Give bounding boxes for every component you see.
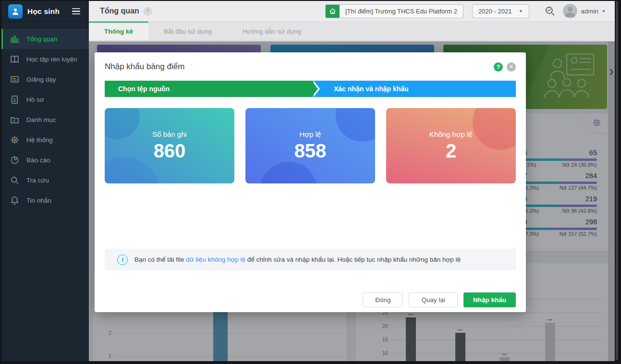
app-window: Học sinh Tổng quan Học tập rèn luyện Giả…	[1, 1, 615, 361]
header-right-cluster: [Thí điểm] Trường THCS Edu Platform 2 20…	[325, 4, 608, 18]
page-title: Tổng quan	[100, 7, 139, 15]
card-invalid-records: Không hợp lệ 2	[386, 108, 516, 183]
sidebar-item-label: Giảng dạy	[26, 76, 56, 83]
sidebar-item-label: Báo cáo	[26, 157, 50, 164]
folder-icon	[10, 115, 20, 125]
app-title: Học sinh	[27, 7, 60, 16]
school-name: [Thí điểm] Trường THCS Edu Platform 2	[340, 5, 463, 18]
import-scores-modal: Nhập khẩu bảng điểm ? ✕ Chọn tệp nguồn X…	[95, 52, 526, 312]
info-text: Bạn có thể tải file dữ liệu không hợp lệ…	[134, 256, 461, 263]
card-value: 858	[294, 140, 327, 162]
sidebar-item-label: Hồ sơ	[26, 96, 44, 103]
sidebar-item-tong-quan[interactable]: Tổng quan	[1, 29, 89, 49]
sidebar-item-label: Học tập rèn luyện	[26, 56, 77, 63]
invalid-data-download-link[interactable]: dữ liệu không hợp lệ	[186, 256, 245, 263]
card-label: Hợp lệ	[300, 130, 321, 138]
document-icon	[10, 95, 20, 105]
sidebar-item-tin-nhan[interactable]: Tin nhắn	[1, 190, 89, 210]
close-button[interactable]: Đóng	[363, 292, 403, 307]
modal-header: Nhập khẩu bảng điểm ? ✕	[105, 52, 516, 72]
bar-chart-icon	[10, 34, 20, 44]
chevron-down-icon: ▼	[518, 9, 523, 13]
info-message: i Bạn có thể tải file dữ liệu không hợp …	[105, 249, 516, 270]
sidebar-item-tra-cuu[interactable]: Tra cứu	[1, 170, 89, 190]
user-avatar[interactable]	[563, 4, 577, 18]
tab-huong-dan-su-dung[interactable]: Hướng dẫn sử dụng	[227, 22, 317, 40]
pie-chart-icon	[10, 155, 20, 165]
step-confirm-import[interactable]: Xác nhận và nhập khẩu	[312, 81, 516, 97]
tab-bat-dau-su-dung[interactable]: Bắt đầu sử dụng	[148, 22, 227, 40]
teaching-board-icon	[10, 74, 20, 85]
info-icon: i	[117, 255, 128, 265]
modal-help-icon[interactable]: ?	[494, 62, 503, 72]
lookup-search-icon[interactable]	[544, 5, 556, 17]
sidebar-menu: Tổng quan Học tập rèn luyện Giảng dạy Hồ…	[1, 22, 89, 210]
sidebar-item-danh-muc[interactable]: Danh mục	[1, 109, 89, 130]
step-choose-source-file[interactable]: Chọn tệp nguồn	[105, 81, 312, 97]
wizard-steps: Chọn tệp nguồn Xác nhận và nhập khẩu	[105, 81, 516, 97]
sidebar-item-bao-cao[interactable]: Báo cáo	[1, 150, 89, 170]
user-menu[interactable]: admin ▼	[581, 8, 608, 15]
sidebar-item-he-thong[interactable]: Hệ thống	[1, 130, 89, 150]
tab-bar: Thống kê Bắt đầu sử dụng Hướng dẫn sử dụ…	[89, 22, 615, 41]
app-logo	[8, 4, 23, 19]
modal-close-icon[interactable]: ✕	[507, 62, 516, 72]
main-area: Tổng quan ? [Thí điểm] Trường THCS Edu P…	[89, 1, 615, 361]
sidebar-logo-row: Học sinh	[1, 1, 89, 22]
top-header: Tổng quan ? [Thí điểm] Trường THCS Edu P…	[89, 1, 615, 22]
sidebar-item-label: Tin nhắn	[26, 197, 51, 204]
home-icon[interactable]	[326, 5, 340, 18]
book-icon	[10, 54, 20, 64]
card-valid-records: Hợp lệ 858	[245, 108, 375, 183]
modal-title: Nhập khẩu bảng điểm	[105, 62, 184, 72]
username: admin	[581, 8, 598, 15]
card-label: Số bản ghi	[152, 130, 187, 138]
sidebar: Học sinh Tổng quan Học tập rèn luyện Giả…	[1, 1, 89, 361]
sidebar-item-giang-day[interactable]: Giảng dạy	[1, 69, 89, 89]
page-help-badge[interactable]: ?	[144, 7, 152, 15]
menu-toggle-icon[interactable]	[70, 6, 82, 16]
card-value: 860	[154, 140, 186, 162]
card-label: Không hợp lệ	[429, 130, 473, 138]
modal-footer-buttons: Đóng Quay lại Nhập khẩu	[105, 292, 516, 307]
summary-cards: Số bản ghi 860 Hợp lệ 858 Không hợp lệ 2	[105, 108, 516, 183]
import-button[interactable]: Nhập khẩu	[463, 292, 516, 307]
sidebar-item-label: Tra cứu	[26, 177, 49, 184]
sidebar-item-label: Hệ thống	[26, 136, 53, 144]
sidebar-item-hoc-tap[interactable]: Học tập rèn luyện	[1, 49, 89, 69]
card-value: 2	[446, 140, 456, 162]
dashboard-content: Lớp 665 Nam 41 (63.1%)Nữ 24 (36.9%) Lớp …	[89, 41, 615, 361]
sidebar-item-label: Danh mục	[26, 116, 56, 123]
student-icon	[11, 7, 20, 16]
window-scrollbar[interactable]	[616, 1, 618, 360]
school-selector[interactable]: [Thí điểm] Trường THCS Edu Platform 2	[325, 4, 463, 18]
bell-icon	[10, 195, 20, 206]
search-icon	[10, 175, 20, 185]
chevron-down-icon: ▼	[601, 9, 606, 13]
back-button[interactable]: Quay lại	[409, 292, 458, 307]
school-year-dropdown[interactable]: 2020 - 2021 ▼	[472, 4, 529, 18]
gear-icon	[10, 135, 20, 145]
tab-thong-ke[interactable]: Thống kê	[89, 22, 148, 40]
sidebar-item-label: Tổng quan	[26, 36, 58, 43]
school-year-value: 2020 - 2021	[478, 8, 511, 15]
card-total-records: Số bản ghi 860	[105, 108, 234, 183]
sidebar-item-ho-so[interactable]: Hồ sơ	[1, 89, 89, 109]
